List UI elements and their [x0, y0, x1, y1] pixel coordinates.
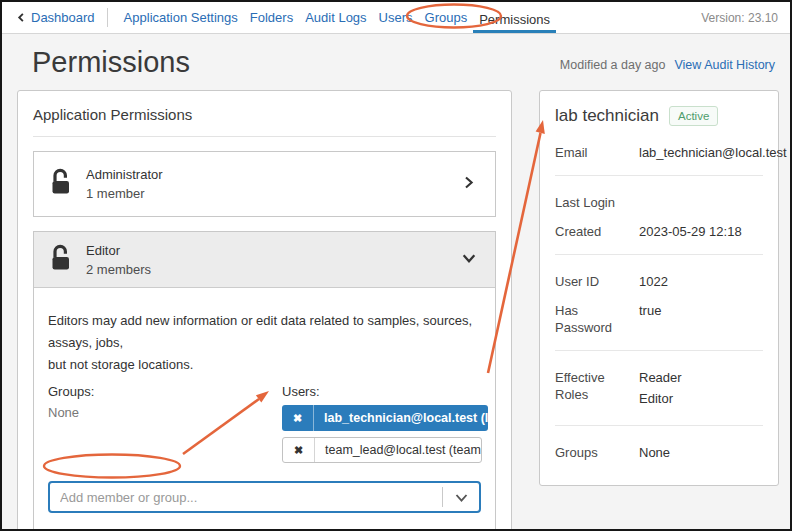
role-texts: Administrator 1 member — [86, 167, 461, 201]
effective-role: Reader — [639, 369, 763, 386]
user-header: lab technician Active — [555, 106, 763, 126]
chevron-left-icon — [16, 12, 27, 23]
role-name: Editor — [86, 243, 461, 258]
section-divider — [555, 254, 763, 255]
user-details-panel: lab technician Active Email lab_technici… — [539, 90, 779, 486]
effective-role: Editor — [639, 390, 763, 407]
user-name: lab technician — [555, 106, 659, 126]
add-member-combobox — [48, 481, 481, 513]
page-title: Permissions — [32, 46, 190, 79]
row-value: 2023-05-29 12:18 — [639, 223, 763, 240]
user-row-created: Created 2023-05-29 12:18 — [555, 223, 763, 240]
nav-item-application-settings[interactable]: Application Settings — [118, 2, 244, 33]
user-chip-label: team_lead@local.test (team ... — [315, 438, 481, 462]
user-row-effective-roles: Effective Roles Reader Editor — [555, 369, 763, 411]
row-value: None — [639, 444, 763, 461]
role-card-administrator: Administrator 1 member — [33, 151, 496, 217]
user-chip-team-lead[interactable]: ✖ team_lead@local.test (team ... — [282, 437, 482, 463]
remove-user-icon[interactable]: ✖ — [283, 438, 315, 462]
user-row-has-password: Has Password true — [555, 302, 763, 336]
row-label: Effective Roles — [555, 369, 639, 411]
view-audit-history-link[interactable]: View Audit History — [674, 58, 775, 72]
role-member-count: 1 member — [86, 186, 461, 201]
lock-open-icon — [49, 168, 73, 200]
nav-item-audit-logs[interactable]: Audit Logs — [299, 2, 372, 33]
row-label: Last Login — [555, 194, 639, 211]
remove-user-icon[interactable]: ✖ — [282, 405, 314, 431]
user-chip-label: lab_technician@local.test (la... — [314, 405, 488, 431]
nav-item-label: Audit Logs — [305, 10, 366, 25]
role-header-administrator[interactable]: Administrator 1 member — [34, 152, 495, 216]
nav-back-dashboard[interactable]: Dashboard — [14, 2, 101, 33]
panel-heading: Application Permissions — [33, 106, 496, 137]
groups-users-row: Groups: None Users: ✖ lab_technician@loc… — [48, 384, 481, 463]
groups-column: Groups: None — [48, 384, 282, 463]
row-value: 1022 — [639, 273, 763, 290]
row-label: Created — [555, 223, 639, 240]
users-label: Users: — [282, 384, 488, 399]
modified-text: Modified a day ago — [560, 58, 666, 72]
header-meta: Modified a day ago View Audit History — [560, 58, 775, 72]
row-value: true — [639, 302, 763, 336]
role-name: Administrator — [86, 167, 461, 182]
row-value: Reader Editor — [639, 369, 763, 411]
top-nav: Dashboard Application Settings Folders A… — [2, 2, 790, 34]
chevron-down-icon[interactable] — [443, 490, 479, 505]
role-description-line2: but not storage locations. — [48, 354, 481, 376]
role-description-line1: Editors may add new information or edit … — [48, 310, 481, 354]
lock-open-icon — [49, 244, 73, 276]
role-member-count: 2 members — [86, 262, 461, 277]
groups-value: None — [48, 405, 282, 420]
row-label: Has Password — [555, 302, 639, 336]
status-badge: Active — [669, 106, 718, 126]
row-value: lab_technician@local.test — [639, 144, 787, 161]
user-chip-lab-technician-selected[interactable]: ✖ lab_technician@local.test (la... — [282, 405, 488, 431]
row-label: Email — [555, 144, 639, 161]
role-body-editor: Editors may add new information or edit … — [34, 288, 495, 531]
user-row-last-login: Last Login — [555, 194, 763, 211]
users-column: Users: ✖ lab_technician@local.test (la..… — [282, 384, 488, 463]
user-row-user-id: User ID 1022 — [555, 273, 763, 290]
section-divider — [555, 350, 763, 351]
chevron-down-icon — [461, 250, 477, 270]
nav-back-label: Dashboard — [31, 10, 95, 25]
application-permissions-panel: Application Permissions Administrator 1 … — [17, 90, 512, 531]
row-label: Groups — [555, 444, 639, 461]
nav-divider — [107, 8, 108, 27]
groups-label: Groups: — [48, 384, 282, 399]
nav-item-folders[interactable]: Folders — [244, 2, 299, 33]
chevron-right-icon — [461, 175, 477, 194]
role-header-editor[interactable]: Editor 2 members — [34, 232, 495, 288]
nav-item-permissions-active[interactable]: Permissions — [473, 2, 556, 33]
nav-item-label: Users — [379, 10, 413, 25]
section-divider — [555, 175, 763, 176]
version-label: Version: 23.10 — [701, 2, 778, 33]
nav-item-label: Folders — [250, 10, 293, 25]
nav-item-users[interactable]: Users — [373, 2, 419, 33]
add-member-input[interactable] — [50, 490, 442, 505]
nav-item-label: Application Settings — [124, 10, 238, 25]
user-row-email: Email lab_technician@local.test — [555, 144, 763, 161]
nav-item-label: Permissions — [479, 12, 550, 27]
role-card-editor: Editor 2 members Editors may add new inf… — [33, 231, 496, 531]
user-row-groups: Groups None — [555, 444, 763, 461]
app-window: Dashboard Application Settings Folders A… — [0, 0, 792, 531]
row-value — [639, 194, 763, 211]
section-divider — [555, 425, 763, 426]
row-label: User ID — [555, 273, 639, 290]
role-description: Editors may add new information or edit … — [48, 310, 481, 376]
active-tab-underline — [473, 30, 556, 33]
nav-item-groups[interactable]: Groups — [419, 2, 474, 33]
nav-item-label: Groups — [425, 10, 468, 25]
role-texts: Editor 2 members — [86, 243, 461, 277]
